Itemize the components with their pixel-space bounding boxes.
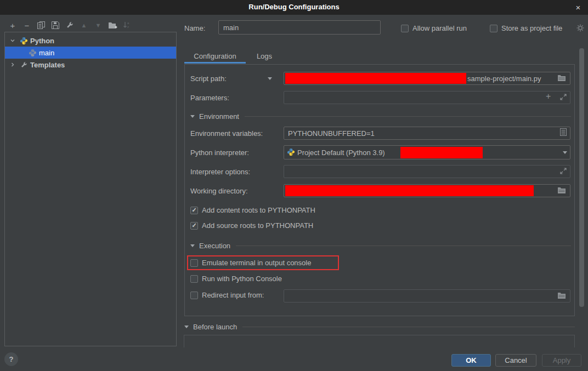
title-bar: Run/Debug Configurations × (0, 0, 588, 15)
interpreter-dropdown-icon[interactable] (563, 151, 567, 154)
vertical-scrollbar-thumb[interactable] (579, 48, 584, 307)
checkbox-label: Allow parallel run (412, 24, 467, 32)
tree-item-label: main (39, 49, 54, 57)
checkbox-box[interactable] (401, 25, 409, 32)
collapse-triangle-icon (184, 326, 189, 328)
templates-wrench-icon (19, 60, 28, 69)
sort-configurations-button[interactable]: az (120, 19, 134, 31)
tab-logs[interactable]: Logs (248, 52, 281, 64)
tree-item-main-config[interactable]: main (5, 47, 176, 59)
configurations-toolbar: + − ▲ ▼ az (5, 19, 134, 32)
add-source-roots-checkbox[interactable]: ✓ Add source roots to PYTHONPATH (190, 221, 313, 230)
help-button[interactable]: ? (4, 352, 18, 366)
section-title: Before launch (193, 323, 237, 331)
move-up-button[interactable]: ▲ (77, 19, 91, 31)
section-title: Environment (199, 112, 239, 121)
tree-item-python-group[interactable]: Python (5, 35, 176, 47)
python-logo-icon (19, 36, 28, 45)
minus-icon: − (25, 21, 30, 30)
add-configuration-button[interactable]: + (5, 19, 20, 31)
python-interpreter-value: Project Default (Python 3.9) (297, 149, 385, 157)
browse-folder-icon[interactable] (557, 186, 566, 194)
cancel-button[interactable]: Cancel (495, 354, 536, 367)
checkbox-box[interactable] (190, 292, 198, 299)
interpreter-options-label: Interpreter options: (190, 168, 250, 176)
checkbox-box[interactable] (190, 259, 198, 267)
redirect-input-checkbox[interactable]: Redirect input from: (190, 291, 264, 299)
arrow-up-icon: ▲ (81, 22, 87, 28)
copy-configuration-button[interactable] (34, 19, 48, 31)
insert-macro-plus-icon[interactable]: + (546, 92, 551, 101)
browse-folder-icon[interactable] (557, 74, 566, 82)
move-down-button[interactable]: ▼ (91, 19, 105, 31)
store-as-project-file-checkbox[interactable]: Store as project file (490, 24, 562, 32)
interpreter-options-field[interactable] (284, 165, 570, 178)
run-with-python-console-checkbox[interactable]: Run with Python Console (190, 275, 282, 283)
checkbox-box[interactable]: ✓ (190, 207, 198, 214)
script-path-dropdown-icon[interactable] (268, 77, 272, 80)
environment-variables-label: Environment variables: (190, 129, 263, 138)
save-icon (52, 21, 59, 29)
checkbox-label: Store as project file (501, 24, 562, 32)
active-tab-underline (184, 62, 246, 64)
sort-az-icon: az (123, 21, 131, 29)
save-configuration-button[interactable] (48, 19, 63, 31)
copy-icon (37, 21, 45, 29)
execution-section-header[interactable]: Execution (190, 242, 571, 250)
add-content-roots-checkbox[interactable]: ✓ Add content roots to PYTHONPATH (190, 206, 315, 214)
checkbox-label: Add source roots to PYTHONPATH (202, 221, 313, 230)
dialog-title: Run/Debug Configurations (0, 3, 588, 11)
before-launch-section-header[interactable]: Before launch (184, 323, 575, 331)
environment-variables-value: PYTHONUNBUFFERED=1 (288, 129, 375, 138)
script-path-value: sample-project/main.py (467, 75, 541, 83)
wrench-icon (66, 21, 74, 29)
apply-button[interactable]: Apply (542, 354, 581, 367)
python-logo-icon (287, 148, 295, 158)
emulate-terminal-checkbox[interactable]: Emulate terminal in output console (190, 259, 311, 267)
chevron-down-icon[interactable] (9, 37, 16, 44)
script-path-label: Script path: (190, 75, 227, 83)
redaction-block (285, 73, 466, 84)
section-divider (245, 116, 571, 117)
expand-field-icon[interactable] (560, 94, 569, 101)
section-title: Execution (199, 242, 230, 250)
tree-item-label: Python (30, 37, 54, 45)
redaction-block (400, 147, 483, 158)
checkbox-box[interactable]: ✓ (190, 222, 198, 230)
environment-section-header[interactable]: Environment (190, 112, 571, 121)
parameters-field[interactable] (284, 91, 570, 104)
store-settings-gear-icon[interactable] (576, 24, 584, 33)
new-folder-button[interactable] (105, 19, 120, 31)
name-input[interactable] (218, 20, 381, 35)
name-label: Name: (184, 24, 205, 32)
edit-variables-list-icon[interactable] (560, 128, 569, 136)
collapse-triangle-icon (190, 115, 195, 118)
checkbox-label: Add content roots to PYTHONPATH (202, 206, 315, 214)
checkbox-box[interactable] (490, 25, 497, 32)
edit-templates-button[interactable] (63, 19, 77, 31)
new-folder-icon (108, 21, 117, 29)
working-directory-label: Working directory: (190, 187, 248, 195)
arrow-down-icon: ▼ (95, 22, 101, 28)
tree-item-label: Templates (30, 61, 65, 69)
checkbox-label: Redirect input from: (202, 291, 264, 299)
checkbox-box[interactable] (190, 275, 198, 283)
configurations-tree: Python main Templates (4, 32, 177, 346)
allow-parallel-run-checkbox[interactable]: Allow parallel run (401, 24, 467, 32)
python-interpreter-label: Python interpreter: (190, 149, 249, 157)
expand-field-icon[interactable] (560, 168, 569, 175)
section-divider (242, 327, 575, 327)
ok-button[interactable]: OK (451, 354, 491, 367)
tree-item-templates[interactable]: Templates (5, 59, 176, 71)
remove-configuration-button[interactable]: − (20, 19, 34, 31)
svg-text:a: a (127, 21, 129, 25)
checkbox-label: Run with Python Console (202, 275, 282, 283)
redirect-input-field[interactable] (284, 289, 570, 302)
checkbox-label: Emulate terminal in output console (202, 259, 311, 267)
close-icon[interactable]: × (573, 2, 584, 13)
svg-text:z: z (127, 25, 129, 28)
browse-folder-icon[interactable] (557, 292, 566, 299)
plus-icon: + (10, 21, 15, 30)
before-launch-task-list[interactable] (184, 335, 575, 347)
chevron-right-icon[interactable] (9, 61, 16, 68)
